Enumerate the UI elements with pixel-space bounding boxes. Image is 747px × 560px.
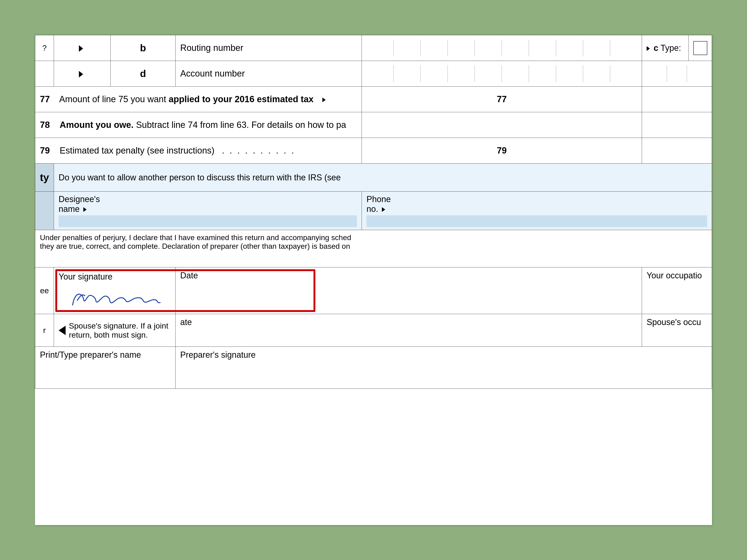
line-79-text: Estimated tax penalty (see instructions) bbox=[60, 145, 214, 155]
line-79-ref: 79 bbox=[362, 138, 642, 164]
perjury-line1: Under penalties of perjury, I declare th… bbox=[40, 233, 707, 242]
routing-table: ? b Routing number bbox=[35, 35, 712, 389]
b-label: b bbox=[111, 35, 176, 61]
question-mark-cell: ? bbox=[35, 35, 54, 61]
line-79-desc: 79 Estimated tax penalty (see instructio… bbox=[35, 138, 362, 164]
c-label: c bbox=[654, 43, 658, 53]
preparer-name-label: Print/Type preparer's name bbox=[40, 350, 141, 359]
account-number-label: Account number bbox=[176, 61, 362, 86]
routing-number-row: ? b Routing number bbox=[35, 35, 712, 61]
routing-number-field[interactable] bbox=[362, 35, 642, 61]
occupation-cell[interactable]: Your occupatio bbox=[642, 267, 712, 314]
preparer-row: Print/Type preparer's name Preparer's si… bbox=[35, 347, 712, 389]
line-77-ref: 77 bbox=[362, 86, 642, 112]
line-77-text-bold: applied to your 2016 estimated tax bbox=[169, 94, 313, 104]
line-78-bold: Amount you owe. bbox=[60, 120, 134, 130]
designee-name-field[interactable] bbox=[59, 215, 357, 227]
c-label-cell: c Type: bbox=[642, 35, 689, 61]
routing-number-label: Routing number bbox=[176, 35, 362, 61]
r-label-cell: r bbox=[35, 314, 54, 347]
line-79-number: 79 bbox=[40, 145, 50, 155]
d-label: d bbox=[111, 61, 176, 86]
phone-cell: Phone no. bbox=[362, 192, 712, 230]
third-party-question: Do you want to allow another person to d… bbox=[54, 164, 712, 192]
line-79-dots: . . . . . . . . . . bbox=[222, 145, 295, 155]
third-party-label: ty bbox=[35, 164, 54, 192]
spouse-pointer-icon bbox=[59, 326, 66, 335]
c-arrow-icon bbox=[647, 46, 650, 51]
line-78-number: 78 bbox=[40, 120, 50, 130]
account-number-field[interactable] bbox=[362, 61, 642, 86]
perjury-row: Under penalties of perjury, I declare th… bbox=[35, 230, 712, 267]
b-arrow-cell bbox=[54, 35, 111, 61]
phone-field[interactable] bbox=[366, 215, 707, 227]
phone-label: Phone no. bbox=[366, 194, 707, 214]
line-77-text-start: Amount of line 75 you want bbox=[59, 94, 169, 104]
date-label: Date bbox=[180, 271, 198, 280]
phone-arrow-icon bbox=[382, 207, 385, 212]
line-78-desc: 78 Amount you owe. Subtract line 74 from… bbox=[35, 112, 362, 138]
spouse-signature-cell[interactable]: Spouse's signature. If a joint return, b… bbox=[54, 314, 176, 347]
line-79-row: 79 Estimated tax penalty (see instructio… bbox=[35, 138, 712, 164]
spouse-occupation-cell[interactable]: Spouse's occu bbox=[642, 314, 712, 347]
signature-svg bbox=[59, 284, 171, 310]
occupation-label: Your occupatio bbox=[647, 271, 702, 280]
preparer-sig-cell[interactable]: Preparer's signature bbox=[176, 347, 712, 389]
line-77-number: 77 bbox=[40, 94, 50, 104]
designee-name-arrow-icon bbox=[83, 207, 86, 212]
b-arrow-icon bbox=[79, 45, 83, 52]
page-background: ? b Routing number bbox=[0, 0, 747, 560]
account-number-row: d Account number bbox=[35, 61, 712, 86]
preparer-sig-label: Preparer's signature bbox=[180, 350, 256, 359]
type-label: Type: bbox=[661, 43, 681, 53]
form-document: ? b Routing number bbox=[35, 35, 712, 525]
line-77-value[interactable] bbox=[642, 86, 712, 112]
designee-name-cell: Designee's name bbox=[54, 192, 362, 230]
spouse-signature-label: Spouse's signature. If a joint return, b… bbox=[69, 321, 171, 340]
spacer-cell bbox=[35, 61, 54, 86]
perjury-line2: they are true, correct, and complete. De… bbox=[40, 242, 707, 250]
ee-label-cell: ee bbox=[35, 267, 54, 314]
spouse-occupation-label: Spouse's occu bbox=[647, 317, 701, 327]
line-77-arrow-icon bbox=[323, 98, 326, 102]
signature-row: ee Your signature Date bbox=[35, 267, 712, 314]
spouse-date-label: ate bbox=[180, 317, 192, 327]
spouse-date-cell[interactable]: ate bbox=[176, 314, 642, 347]
third-party-row: ty Do you want to allow another person t… bbox=[35, 164, 712, 192]
designee-row: Designee's name Phone no. bbox=[35, 192, 712, 230]
designee-name-label: Designee's name bbox=[59, 194, 357, 214]
line-78-ref bbox=[362, 112, 642, 138]
line-78-text: Subtract line 74 from line 63. For detai… bbox=[136, 120, 346, 130]
d-arrow-icon bbox=[79, 71, 83, 77]
account-number-extra bbox=[642, 61, 712, 86]
spouse-row: r Spouse's signature. If a joint return,… bbox=[35, 314, 712, 347]
d-arrow-cell bbox=[54, 61, 111, 86]
line-77-desc: 77 Amount of line 75 you want applied to… bbox=[35, 86, 362, 112]
perjury-text: Under penalties of perjury, I declare th… bbox=[35, 230, 712, 267]
preparer-name-cell[interactable]: Print/Type preparer's name bbox=[35, 347, 176, 389]
line-78-row: 78 Amount you owe. Subtract line 74 from… bbox=[35, 112, 712, 138]
type-checkbox[interactable] bbox=[689, 35, 712, 61]
designee-spacer bbox=[35, 192, 54, 230]
line-78-value[interactable] bbox=[642, 112, 712, 138]
your-signature-cell[interactable]: Your signature bbox=[54, 267, 176, 314]
date-cell[interactable]: Date bbox=[176, 267, 642, 314]
line-77-row: 77 Amount of line 75 you want applied to… bbox=[35, 86, 712, 112]
line-79-value[interactable] bbox=[642, 138, 712, 164]
your-signature-label: Your signature bbox=[59, 272, 171, 282]
